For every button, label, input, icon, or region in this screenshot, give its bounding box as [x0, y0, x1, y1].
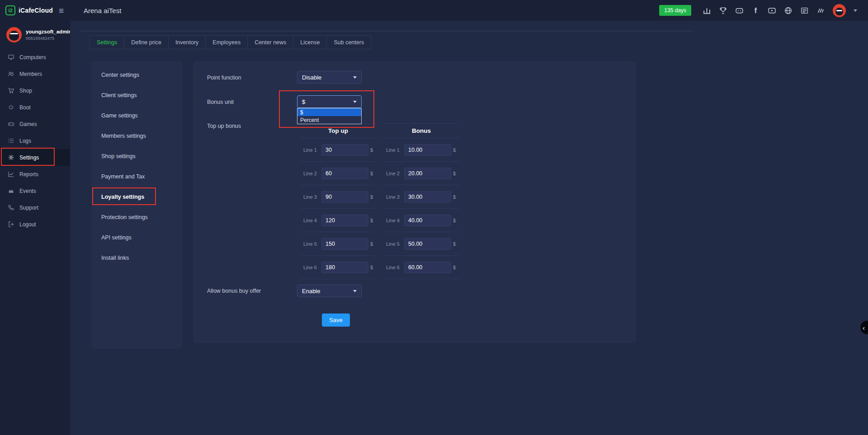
bonus-unit-dropdown: $ Percent	[297, 108, 362, 124]
bonus-header: Bonus	[383, 124, 459, 138]
bonus-line3-input[interactable]	[404, 191, 451, 203]
sidebar-item-boot[interactable]: Boot	[0, 99, 70, 116]
sidebar-item-support[interactable]: Support	[0, 199, 70, 216]
trophy-icon[interactable]	[719, 6, 727, 15]
line-label: Line 3	[303, 194, 321, 200]
bonus-unit-select[interactable]: $	[297, 95, 362, 108]
nav-item-center-settings[interactable]: Center settings	[91, 65, 182, 85]
save-button[interactable]: Save	[322, 313, 350, 327]
logout-icon	[8, 221, 14, 228]
topbar-actions: 135 days f	[659, 4, 868, 17]
bonus-line6-input[interactable]	[404, 262, 451, 273]
page-title: Arena aiTest	[84, 7, 121, 14]
table-row: Line 2 $	[301, 162, 376, 185]
table-row: Line 3 $	[383, 185, 459, 209]
sidebar-item-logout[interactable]: Logout	[0, 216, 70, 233]
line-label: Line 3	[386, 194, 404, 200]
chevron-left-icon: ‹	[863, 324, 865, 332]
top-up-bonus-label: Top up bonus	[207, 123, 241, 129]
currency-suffix: $	[453, 218, 456, 223]
sidebar-user-avatar[interactable]	[6, 27, 22, 42]
nav-item-install-links[interactable]: Install links	[91, 248, 182, 268]
nav-item-game-settings[interactable]: Game settings	[91, 105, 182, 126]
chevron-down-icon	[353, 76, 357, 79]
tab-inventory[interactable]: Inventory	[168, 35, 206, 49]
table-row: Line 1 $	[301, 138, 376, 162]
sidebar-item-shop[interactable]: Shop	[0, 82, 70, 99]
discord-icon[interactable]	[735, 6, 744, 15]
topup-line3-input[interactable]	[321, 191, 368, 203]
settings-nav-card: Center settings Client settings Game set…	[91, 61, 182, 349]
tabs: Settings Define price Inventory Employee…	[90, 35, 371, 49]
topbar: i2 iCafeCloud ≡ Arena aiTest 135 days f	[0, 0, 868, 21]
computers-icon	[8, 54, 14, 61]
user-name: youngzsoft_admin	[26, 29, 72, 34]
table-row: Line 6 $	[301, 256, 376, 279]
sidebar-item-label: Games	[19, 121, 37, 127]
topup-line1-input[interactable]	[321, 144, 368, 156]
topup-line5-input[interactable]	[321, 238, 368, 250]
facebook-icon[interactable]: f	[751, 6, 760, 15]
table-row: Line 5 $	[301, 232, 376, 256]
youtube-icon[interactable]	[768, 6, 776, 15]
bonus-unit-value: $	[302, 98, 305, 105]
point-function-label: Point function	[207, 75, 241, 81]
topup-line4-input[interactable]	[321, 215, 368, 226]
layers-icon[interactable]	[816, 6, 825, 15]
chevron-down-icon[interactable]	[854, 9, 857, 12]
tab-center-news[interactable]: Center news	[247, 35, 293, 49]
point-function-select[interactable]: Disable	[297, 71, 362, 84]
line-label: Line 1	[386, 147, 404, 153]
sidebar-item-games[interactable]: Games	[0, 116, 70, 132]
nav-item-protection-settings[interactable]: Protection settings	[91, 207, 182, 227]
top-up-header: Top up	[301, 124, 376, 138]
nav-item-client-settings[interactable]: Client settings	[91, 85, 182, 105]
icafecloud-logo-icon[interactable]: i2	[5, 5, 15, 15]
currency-suffix: $	[453, 147, 456, 153]
bonus-line2-input[interactable]	[404, 168, 451, 179]
allow-bonus-buy-offer-select[interactable]: Enable	[297, 285, 362, 297]
sidebar-item-label: Boot	[19, 104, 31, 111]
dropdown-option-percent[interactable]: Percent	[297, 116, 361, 124]
nav-item-members-settings[interactable]: Members settings	[91, 126, 182, 146]
sidebar-item-events[interactable]: Events	[0, 182, 70, 199]
line-label: Line 6	[303, 265, 321, 270]
table-row: Line 6 $	[383, 256, 459, 279]
table-row: Line 4 $	[383, 209, 459, 232]
nav-item-loyalty-settings[interactable]: Loyalty settings	[91, 187, 182, 207]
nav-item-api-settings[interactable]: API settings	[91, 227, 182, 248]
hamburger-menu-icon[interactable]: ≡	[59, 6, 64, 15]
line-label: Line 2	[386, 171, 404, 176]
topup-line2-input[interactable]	[321, 168, 368, 179]
news-icon[interactable]	[800, 6, 809, 15]
globe-icon[interactable]	[784, 6, 793, 15]
bonus-line1-input[interactable]	[404, 144, 451, 156]
ranking-icon[interactable]	[703, 6, 711, 15]
tab-settings[interactable]: Settings	[90, 35, 124, 49]
license-days-badge[interactable]: 135 days	[659, 5, 691, 16]
table-row: Line 4 $	[301, 209, 376, 232]
tab-license[interactable]: License	[293, 35, 327, 49]
sidebar-item-label: Logs	[19, 138, 31, 144]
topup-line6-input[interactable]	[321, 262, 368, 273]
sidebar-item-logs[interactable]: Logs	[0, 132, 70, 149]
sidebar-item-settings[interactable]: Settings	[0, 149, 70, 166]
tab-define-price[interactable]: Define price	[124, 35, 169, 49]
sidebar-item-computers[interactable]: Computers	[0, 49, 70, 65]
bonus-line4-input[interactable]	[404, 215, 451, 226]
user-avatar[interactable]	[833, 4, 846, 17]
table-row: Line 5 $	[383, 232, 459, 256]
sidebar-item-reports[interactable]: Reports	[0, 166, 70, 182]
sidebar-item-label: Logout	[19, 221, 36, 228]
line-label: Line 5	[386, 241, 404, 247]
dropdown-option-dollar[interactable]: $	[297, 108, 361, 116]
tab-sub-centers[interactable]: Sub centers	[326, 35, 371, 49]
currency-suffix: $	[370, 147, 373, 153]
bonus-line5-input[interactable]	[404, 238, 451, 250]
tab-employees[interactable]: Employees	[205, 35, 248, 49]
nav-item-shop-settings[interactable]: Shop settings	[91, 146, 182, 166]
logs-icon	[8, 137, 14, 144]
currency-suffix: $	[453, 265, 456, 270]
sidebar-item-members[interactable]: Members	[0, 65, 70, 82]
nav-item-payment-and-tax[interactable]: Payment and Tax	[91, 166, 182, 187]
